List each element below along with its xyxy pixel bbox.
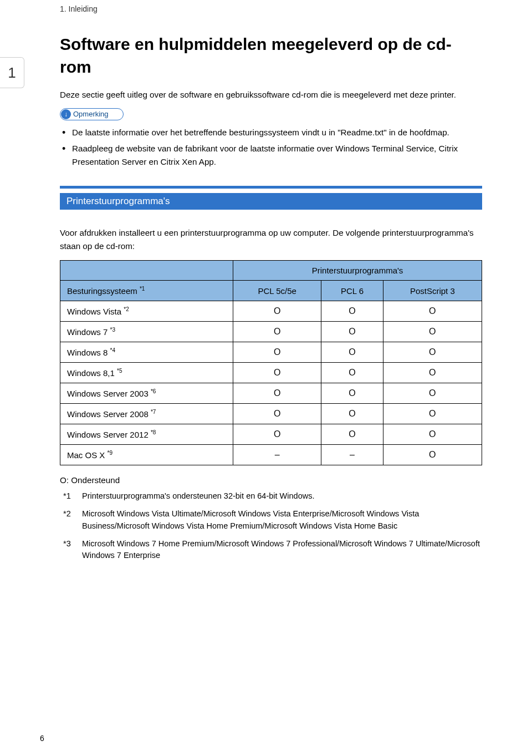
- os-sup: *5: [117, 368, 122, 374]
- section-heading-bar: Printerstuurprogramma's: [60, 186, 482, 214]
- os-label: Windows Vista: [67, 307, 124, 316]
- table-cell-mark: O: [321, 342, 383, 363]
- table-row: Windows Vista *2OOO: [60, 301, 482, 322]
- page-title: Software en hulpmiddelen meegeleverd op …: [60, 33, 482, 78]
- table-header-col: PCL 6: [321, 281, 383, 301]
- table-cell-mark: O: [383, 404, 482, 424]
- table-cell-mark: O: [383, 342, 482, 363]
- os-header-text: Besturingssysteem: [67, 286, 140, 296]
- page-number: 6: [40, 734, 44, 743]
- table-row: Windows Server 2003 *6OOO: [60, 383, 482, 404]
- os-sup: *6: [151, 388, 156, 394]
- table-header-group: Printerstuurprogramma's: [233, 261, 482, 281]
- table-cell-os: Windows Vista *2: [60, 301, 233, 322]
- footnote-list: *1Printerstuurprogramma's ondersteunen 3…: [60, 490, 482, 562]
- legend: O: Ondersteund: [60, 475, 482, 485]
- legend-mark: O: [60, 475, 66, 485]
- table-cell-os: Windows 8 *4: [60, 342, 233, 363]
- table-cell-mark: O: [233, 342, 321, 363]
- note-bullet-list: De laatste informatie over het betreffen…: [60, 126, 482, 169]
- table-cell-mark: O: [321, 322, 383, 342]
- table-row: Windows 8,1 *5OOO: [60, 363, 482, 383]
- arrow-down-icon: ↓: [61, 109, 71, 119]
- section-title: Printerstuurprogramma's: [60, 193, 482, 210]
- table-row: Windows 7 *3OOO: [60, 322, 482, 342]
- footnote-item: *3Microsoft Windows 7 Home Premium/Micro…: [82, 538, 482, 562]
- compatibility-table: Printerstuurprogramma's Besturingssystee…: [60, 260, 482, 465]
- table-row: Windows Server 2012 *8OOO: [60, 424, 482, 445]
- table-header-os: Besturingssysteem *1: [60, 281, 233, 301]
- note-badge: ↓ Opmerking: [60, 108, 124, 120]
- table-header-col: PCL 5c/5e: [233, 281, 321, 301]
- list-item: De laatste informatie over het betreffen…: [72, 126, 482, 139]
- table-cell-mark: O: [233, 383, 321, 404]
- table-cell-mark: O: [383, 383, 482, 404]
- table-cell-os: Windows Server 2003 *6: [60, 383, 233, 404]
- table-header-blank: [60, 261, 233, 281]
- section-paragraph: Voor afdrukken installeert u een printer…: [60, 226, 482, 252]
- chapter-side-tab: 1: [0, 57, 24, 88]
- table-header-col: PostScript 3: [383, 281, 482, 301]
- footnote-text: Microsoft Windows 7 Home Premium/Microso…: [82, 539, 480, 560]
- table-cell-os: Windows 7 *3: [60, 322, 233, 342]
- table-cell-mark: O: [383, 301, 482, 322]
- os-label: Windows Server 2008: [67, 409, 151, 419]
- table-cell-mark: O: [383, 424, 482, 445]
- os-label: Mac OS X: [67, 450, 108, 460]
- os-sup: *8: [151, 429, 156, 435]
- table-row: Windows Server 2008 *7OOO: [60, 404, 482, 424]
- os-sup: *2: [124, 306, 129, 312]
- intro-paragraph: Deze sectie geeft uitleg over de softwar…: [60, 88, 482, 102]
- footnote-marker: *3: [63, 538, 71, 550]
- footnote-item: *2Microsoft Windows Vista Ultimate/Micro…: [82, 508, 482, 532]
- list-item: Raadpleeg de website van de fabrikant vo…: [72, 142, 482, 168]
- footnote-text: Microsoft Windows Vista Ultimate/Microso…: [82, 509, 419, 530]
- os-label: Windows Server 2012: [67, 430, 151, 439]
- os-sup: *4: [110, 347, 115, 353]
- table-row: Windows 8 *4OOO: [60, 342, 482, 363]
- footnote-marker: *2: [63, 508, 71, 520]
- os-label: Windows 8: [67, 348, 110, 357]
- os-sup: *9: [108, 450, 112, 456]
- os-sup: *7: [151, 409, 156, 415]
- table-cell-os: Windows Server 2008 *7: [60, 404, 233, 424]
- breadcrumb: 1. Inleiding: [60, 4, 98, 13]
- table-cell-mark: O: [321, 383, 383, 404]
- table-cell-mark: O: [233, 322, 321, 342]
- os-label: Windows Server 2003: [67, 389, 151, 398]
- os-label: Windows 7: [67, 327, 110, 337]
- table-cell-mark: O: [233, 404, 321, 424]
- os-header-sup: *1: [140, 286, 145, 292]
- table-cell-os: Windows 8,1 *5: [60, 363, 233, 383]
- table-cell-mark: O: [321, 301, 383, 322]
- table-cell-mark: O: [383, 322, 482, 342]
- table-row: Mac OS X *9––O: [60, 445, 482, 465]
- table-cell-mark: O: [383, 445, 482, 465]
- legend-text: : Ondersteund: [66, 475, 120, 485]
- table-cell-mark: O: [233, 301, 321, 322]
- table-cell-os: Windows Server 2012 *8: [60, 424, 233, 445]
- footnote-text: Printerstuurprogramma's ondersteunen 32-…: [82, 491, 314, 500]
- table-cell-mark: O: [233, 424, 321, 445]
- os-sup: *3: [110, 327, 115, 333]
- table-cell-mark: O: [233, 363, 321, 383]
- table-cell-mark: –: [321, 445, 383, 465]
- table-cell-mark: O: [321, 424, 383, 445]
- footnote-marker: *1: [63, 490, 71, 503]
- table-cell-os: Mac OS X *9: [60, 445, 233, 465]
- footnote-item: *1Printerstuurprogramma's ondersteunen 3…: [82, 490, 482, 503]
- os-label: Windows 8,1: [67, 368, 117, 378]
- table-cell-mark: –: [233, 445, 321, 465]
- table-cell-mark: O: [383, 363, 482, 383]
- table-cell-mark: O: [321, 363, 383, 383]
- table-cell-mark: O: [321, 404, 383, 424]
- note-label: Opmerking: [73, 110, 109, 118]
